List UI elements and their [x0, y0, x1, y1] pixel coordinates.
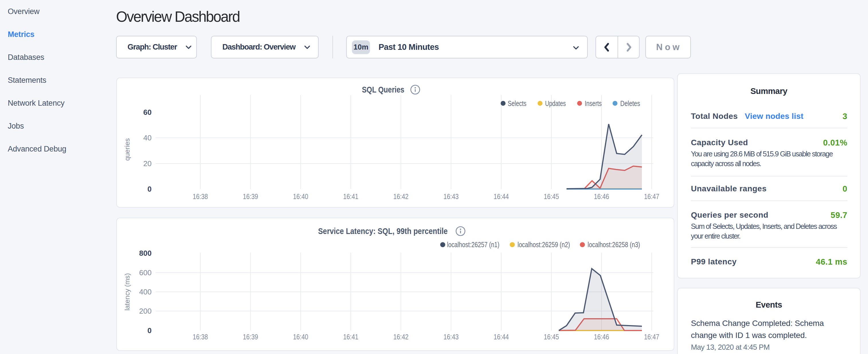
svg-text:latency (ms): latency (ms)	[123, 273, 131, 311]
svg-text:16:46: 16:46	[594, 192, 609, 200]
svg-text:Service Latency: SQL, 99th per: Service Latency: SQL, 99th percentile	[318, 226, 447, 236]
svg-text:16:44: 16:44	[494, 192, 509, 200]
svg-text:localhost:26258 (n3): localhost:26258 (n3)	[588, 240, 640, 249]
svg-text:16:41: 16:41	[343, 192, 359, 200]
svg-text:600: 600	[139, 268, 152, 277]
svg-text:16:41: 16:41	[343, 333, 359, 341]
svg-text:400: 400	[139, 288, 152, 296]
svg-text:localhost:26257 (n1): localhost:26257 (n1)	[447, 240, 499, 249]
svg-text:16:47: 16:47	[644, 192, 659, 200]
svg-text:16:46: 16:46	[594, 333, 609, 341]
svg-text:16:43: 16:43	[443, 333, 459, 341]
svg-text:16:45: 16:45	[544, 192, 559, 200]
svg-text:16:44: 16:44	[494, 333, 509, 341]
svg-text:localhost:26259 (n2): localhost:26259 (n2)	[518, 240, 570, 249]
svg-text:16:39: 16:39	[243, 333, 258, 341]
svg-text:16:38: 16:38	[193, 333, 208, 341]
svg-text:16:38: 16:38	[193, 192, 208, 200]
svg-text:SQL Queries: SQL Queries	[362, 85, 404, 94]
svg-text:0: 0	[148, 185, 152, 193]
svg-text:20: 20	[143, 159, 152, 168]
svg-text:16:39: 16:39	[243, 192, 258, 200]
svg-text:16:43: 16:43	[443, 192, 459, 200]
svg-text:60: 60	[143, 108, 152, 117]
svg-text:200: 200	[139, 307, 152, 315]
svg-text:40: 40	[143, 133, 152, 142]
svg-text:queries: queries	[123, 138, 131, 161]
svg-text:800: 800	[139, 249, 152, 257]
svg-text:0: 0	[148, 326, 152, 335]
svg-text:16:40: 16:40	[293, 333, 308, 341]
svg-text:16:47: 16:47	[644, 333, 659, 341]
svg-text:16:40: 16:40	[293, 192, 308, 200]
svg-text:Selects: Selects	[508, 99, 526, 107]
svg-text:16:42: 16:42	[394, 333, 409, 341]
svg-text:Updates: Updates	[545, 99, 566, 107]
svg-text:Inserts: Inserts	[585, 99, 602, 107]
svg-text:16:45: 16:45	[544, 333, 559, 341]
svg-text:Deletes: Deletes	[620, 99, 640, 107]
svg-text:16:42: 16:42	[394, 192, 409, 200]
